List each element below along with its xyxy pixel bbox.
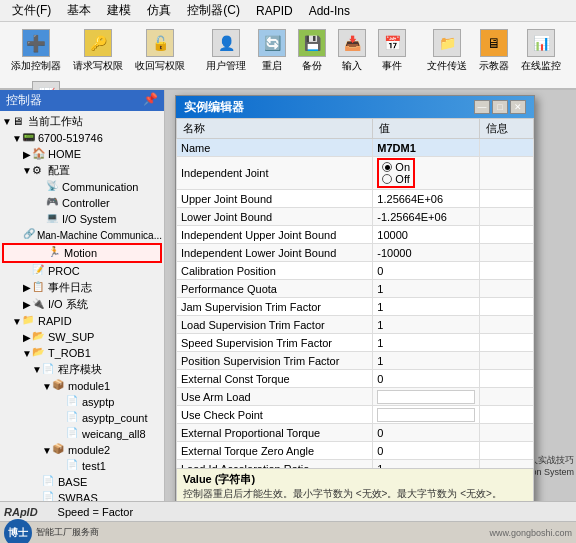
restart-btn[interactable]: 🔄 重启 [253,26,291,76]
tree-item-controller[interactable]: ▼ 📟 6700-519746 [2,130,162,146]
row-perf-quota: Performance Quota 1 [177,280,534,298]
weicang-icon: 📄 [66,427,80,441]
prop-name-info [480,139,534,157]
prop-indjoint-label: Independent Joint [177,157,373,190]
proc-icon: 📝 [32,264,46,278]
expand-rapid[interactable]: ▼ [12,316,22,327]
row-pos-sup: Position Supervision Trim Factor 1 [177,352,534,370]
check-point-select[interactable] [377,408,475,422]
menu-sim[interactable]: 仿真 [139,0,179,21]
asyptp-count-label: asyptp_count [82,412,147,424]
center-area: 实例编辑器 — □ ✕ 名称 值 信息 [165,90,576,501]
panel-pin-icon[interactable]: 📌 [143,92,158,109]
tree-item-motion[interactable]: 🏃 Motion [2,243,162,263]
radio-off[interactable] [382,174,392,184]
expand-trob1[interactable]: ▼ [22,348,32,359]
tree-item-eventlog[interactable]: ▶ 📋 事件日志 [2,279,162,296]
hmi-label: Man-Machine Communica... [37,230,162,241]
expand-iosys[interactable]: ▶ [22,299,32,310]
request-write-btn[interactable]: 🔑 请求写权限 [68,26,128,76]
status-bar: 博士 智能工厂服务商 www.gongboshi.com [0,521,576,543]
expand-module2[interactable]: ▼ [42,445,52,456]
menu-addins[interactable]: Add-Ins [301,2,358,20]
tree-item-io[interactable]: 💻 I/O System [2,211,162,227]
row-ind-upper: Independent Upper Joint Bound 10000 [177,226,534,244]
events-btn[interactable]: 📅 事件 [373,26,411,76]
online-monitor-btn[interactable]: 📊 在线监控 [516,26,566,76]
tree-item-base[interactable]: 📄 BASE [2,474,162,490]
dialog-close-btn[interactable]: ✕ [510,100,526,114]
iosys-icon: 🔌 [32,298,46,312]
proc-label: PROC [48,265,80,277]
expand-progmod[interactable]: ▼ [32,364,42,375]
menu-rapid[interactable]: RAPID [248,2,301,20]
workstation-icon: 🖥 [12,115,26,129]
menu-controller[interactable]: 控制器(C) [179,0,248,21]
expand-workstation[interactable]: ▼ [2,116,12,127]
tree-item-swsup[interactable]: ▶ 📂 SW_SUP [2,329,162,345]
value-section-text: 控制器重启后才能生效。最小字节数为 <无效>。最大字节数为 <无效>。 [183,487,527,501]
tree-item-comm[interactable]: 📡 Communication [2,179,162,195]
row-arm-load: Use Arm Load [177,388,534,406]
tree-item-ctrl[interactable]: 🎮 Controller [2,195,162,211]
tree-item-progmod[interactable]: ▼ 📄 程序模块 [2,361,162,378]
prop-name-label: Name [177,139,373,157]
menu-modeling[interactable]: 建模 [99,0,139,21]
input-btn[interactable]: 📥 输入 [333,26,371,76]
tree-item-asyptp[interactable]: 📄 asyptp [2,394,162,410]
expand-module1[interactable]: ▼ [42,381,52,392]
progmod-icon: 📄 [42,363,56,377]
tree-item-trob1[interactable]: ▼ 📂 T_ROB1 [2,345,162,361]
tree-item-workstation[interactable]: ▼ 🖥 当前工作站 [2,113,162,130]
release-write-btn[interactable]: 🔓 收回写权限 [130,26,190,76]
module1-label: module1 [68,380,110,392]
row-ext-prop-torque: External Proportional Torque 0 [177,424,534,442]
base-label: BASE [58,476,87,488]
rapid-icon: 📁 [22,314,36,328]
dialog-titlebar: 实例编辑器 — □ ✕ [176,96,534,118]
radio-on-row[interactable]: On [382,161,410,173]
tree-item-asyptp-count[interactable]: 📄 asyptp_count [2,410,162,426]
trob1-icon: 📂 [32,346,46,360]
tree-item-config[interactable]: ▼ ⚙ 配置 [2,162,162,179]
backup-btn[interactable]: 💾 备份 [293,26,331,76]
expand-swsup[interactable]: ▶ [22,332,32,343]
controller-label: 6700-519746 [38,132,103,144]
tree-item-module1[interactable]: ▼ 📦 module1 [2,378,162,394]
col-info: 信息 [480,119,534,139]
expand-6700[interactable]: ▼ [12,133,22,144]
tree-item-hmi[interactable]: 🔗 Man-Machine Communica... [2,227,162,243]
menu-bar: 文件(F) 基本 建模 仿真 控制器(C) RAPID Add-Ins [0,0,576,22]
expand-home[interactable]: ▶ [22,149,32,160]
tree-item-module2[interactable]: ▼ 📦 module2 [2,442,162,458]
radio-off-row[interactable]: Off [382,173,410,185]
arm-load-select[interactable] [377,390,475,404]
add-controller-btn[interactable]: ➕ 添加控制器 [6,26,66,76]
weicang-label: weicang_all8 [82,428,146,440]
tree-item-swbas[interactable]: 📄 SWBAS [2,490,162,501]
col-value: 值 [373,119,480,139]
logo-text: 智能工厂服务商 [36,526,99,539]
tree-item-rapid[interactable]: ▼ 📁 RAPID [2,313,162,329]
swsup-icon: 📂 [32,330,46,344]
tree-item-iosys[interactable]: ▶ 🔌 I/O 系统 [2,296,162,313]
user-mgmt-btn[interactable]: 👤 用户管理 [201,26,251,76]
radio-on[interactable] [382,162,392,172]
dialog-controls: — □ ✕ [474,100,526,114]
prop-name-value[interactable]: M7DM1 [373,139,480,157]
expand-eventlog[interactable]: ▶ [22,282,32,293]
dialog-minimize-btn[interactable]: — [474,100,490,114]
tree-item-proc[interactable]: 📝 PROC [2,263,162,279]
tree-item-test1[interactable]: 📄 test1 [2,458,162,474]
dialog-maximize-btn[interactable]: □ [492,100,508,114]
tree-area: ▼ 🖥 当前工作站 ▼ 📟 6700-519746 ▶ 🏠 HOME ▼ ⚙ 配 [0,111,164,501]
tree-item-home[interactable]: ▶ 🏠 HOME [2,146,162,162]
expand-config[interactable]: ▼ [22,165,32,176]
file-transfer-btn[interactable]: 📁 文件传送 [422,26,472,76]
menu-file[interactable]: 文件(F) [4,0,59,21]
panel-header: 控制器 📌 [0,90,164,111]
main-layout: 控制器 📌 ▼ 🖥 当前工作站 ▼ 📟 6700-519746 ▶ 🏠 HO [0,90,576,501]
tree-item-weicang[interactable]: 📄 weicang_all8 [2,426,162,442]
teach-pendant-btn[interactable]: 🖥 示教器 [474,26,514,76]
menu-basic[interactable]: 基本 [59,0,99,21]
